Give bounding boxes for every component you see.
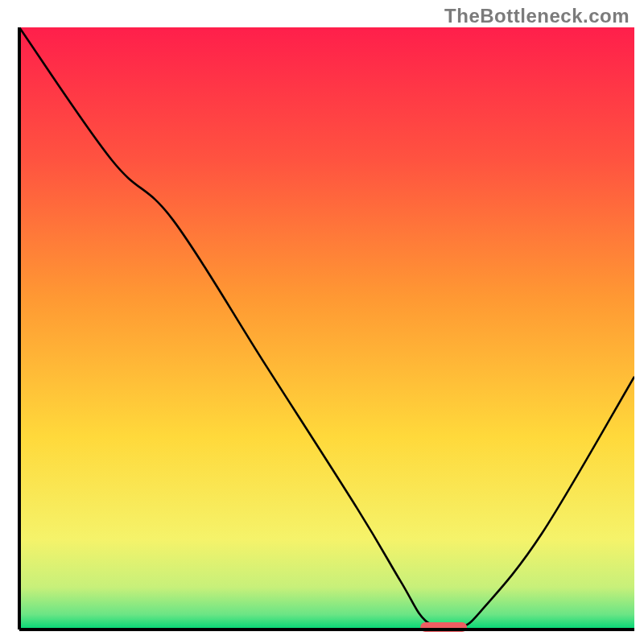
watermark-text: TheBottleneck.com — [444, 5, 630, 27]
bottleneck-chart — [0, 0, 644, 644]
plot-background — [19, 27, 634, 630]
chart-container: TheBottleneck.com — [0, 0, 644, 644]
